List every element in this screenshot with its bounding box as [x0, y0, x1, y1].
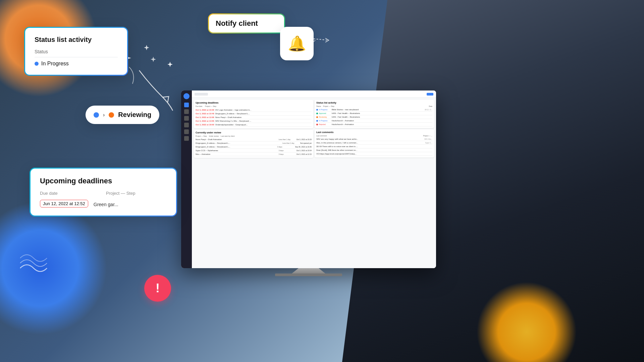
status-panel-title: Status list activity — [316, 102, 432, 104]
comment-row-5: VO:https://app.krock.io/projects/19971/s… — [316, 152, 432, 156]
review-seen-5: Oct 3, 2022 at 12:15 — [297, 153, 312, 155]
app-content: Upcoming deadlines Due date Project — St… — [192, 98, 436, 268]
comment-text-3: 3D 09 There still is no voice-over as cl… — [316, 145, 432, 147]
monitor: Upcoming deadlines Due date Project — St… — [181, 90, 436, 285]
status-date-1: 18:12, O... — [425, 109, 432, 111]
card-notify-client: Notify client — [208, 13, 285, 34]
comment-text-1: SRV are very happy with what we have ach… — [316, 138, 423, 140]
comment-project-2: Syjav C... — [425, 142, 432, 144]
deadline-date-3: Oct 3, 2022 at 12:06 — [196, 116, 214, 118]
deadline-date-4: Oct 3, 2022 at 13:55 — [196, 120, 214, 122]
review-project-2: Dingruppen_9-videos – Storyboard L... — [196, 142, 281, 144]
status-value-text: In Progress — [41, 61, 69, 67]
header-search — [195, 93, 208, 96]
deadline-project-value: Green gar... — [94, 202, 118, 207]
status-row-1: In Progress Bible Stories – test storybo… — [316, 108, 432, 112]
status-col-project: Project — Step — [323, 105, 334, 107]
card-bell: 🔔 — [280, 27, 314, 60]
status-panel: Status list activity Status Project — St… — [315, 100, 434, 128]
left-column: Upcoming deadlines Due date Project — St… — [194, 100, 313, 266]
app-main: Upcoming deadlines Due date Project — St… — [192, 90, 436, 268]
status-row-2: Approved HAN - Fair Health – Illustratio… — [316, 112, 432, 115]
comment-text-5: VO:https://app.krock.io/projects/19971/s… — [316, 153, 432, 155]
deadline-date-5: Oct 3, 2022 at 18:00 — [196, 124, 214, 126]
review-time-4: 3 days — [279, 149, 296, 152]
status-project-2: HAN - Fair Health – Illustrations — [332, 112, 432, 114]
card-status-label: Status — [35, 49, 118, 57]
review-seen-4: Oct 3, 2022 at 15:54 — [297, 149, 312, 152]
sidebar-icon-4[interactable] — [184, 123, 189, 127]
deadline-project-5: Onderwijs/specialisn - Geoprojcycl... — [215, 124, 312, 126]
deadline-row-5: Oct 3, 2022 at 18:00 Onderwijs/specialis… — [196, 123, 312, 127]
review-project-1: Novo Pasyt – Draft Animation — [196, 138, 278, 140]
deadline-row-4: Oct 3, 2022 at 13:55 SRV Klenvirning 2 x… — [196, 119, 312, 123]
review-time-5: 3 days — [279, 153, 296, 155]
status-project-3: HAN - Fair Health – Illustrations — [332, 116, 432, 118]
review-panel: Currently under review Project — Step Un… — [194, 130, 313, 158]
review-project-4: Syjav CCS – Styleframes — [196, 149, 278, 152]
comment-col-text: Last comment — [316, 135, 327, 137]
status-label-5: Rejected — [319, 123, 331, 125]
arrow-right-icon: › — [103, 112, 105, 118]
sidebar-icon-1[interactable] — [184, 103, 189, 107]
comments-panel: Last comments Last comment Project — ...… — [315, 129, 434, 158]
deadline-project-2: Dingruppen_9-videos – Storyboard L... — [215, 113, 312, 115]
comment-col-project: Project — ... — [423, 135, 432, 137]
status-project-1: Bible Stories – test storyboard — [332, 109, 424, 111]
app-sidebar — [181, 90, 192, 268]
status-dot-1 — [316, 109, 318, 111]
status-col-date: Date — [429, 105, 432, 107]
sidebar-icon-2[interactable] — [184, 109, 189, 114]
review-row-3: Dingruppen_9-videos – Storyboard L... 3 … — [196, 145, 312, 149]
deadlines-panel-title: Upcoming deadlines — [196, 102, 312, 104]
card-deadlines: Upcoming deadlines Due date Project — St… — [30, 168, 177, 217]
deadline-row-3: Oct 3, 2022 at 12:06 Novo Pasyt – Draft … — [196, 116, 312, 119]
review-time-3: 3 days — [277, 146, 294, 148]
card-deadlines-title: Upcoming deadlines — [40, 177, 167, 185]
status-label-2: Approved — [319, 112, 331, 114]
col-due-date: Due date — [196, 105, 202, 107]
alert-exclamation-icon: ! — [156, 281, 160, 295]
status-label-4: In Progress — [319, 120, 331, 122]
alert-bubble: ! — [144, 275, 171, 302]
deadline-project-1: OV Logo Animation – logo animation b... — [215, 109, 312, 111]
review-project-5: Ntru – Animation — [196, 153, 278, 155]
deadlines-panel: Upcoming deadlines Due date Project — St… — [194, 100, 313, 128]
deadlines-grid: Due date Project — Step — [40, 191, 167, 196]
status-dot-3 — [316, 116, 318, 118]
deadline-project-3: Novo Pasyt – Draft Animation — [215, 116, 312, 118]
review-to-dot — [109, 112, 114, 118]
deadline-date-2: Oct 3, 2022 at 10:45 — [196, 113, 214, 115]
sidebar-icon-6[interactable] — [184, 136, 189, 141]
right-column: Status list activity Status Project — St… — [315, 100, 434, 266]
status-label-1: In Progress — [319, 109, 331, 111]
status-col-status: Status — [316, 105, 321, 107]
review-row-1: Novo Pasyt – Draft Animation Less than 1… — [196, 138, 312, 141]
card-reviewing: › Reviewing — [86, 106, 159, 124]
card-status-value: In Progress — [35, 61, 118, 67]
sidebar-icon-3[interactable] — [184, 116, 189, 121]
review-row-4: Syjav CCS – Styleframes 3 days Oct 3, 20… — [196, 149, 312, 153]
status-dot-4 — [316, 120, 318, 122]
status-label-3: Reviewing — [319, 116, 331, 118]
deadlines-col-due: Due date — [40, 191, 101, 196]
review-seen-1: Oct 3, 2022 at 15:33 — [297, 138, 312, 140]
status-dot-5 — [316, 124, 318, 125]
review-seen-2: Not opened yet — [300, 142, 312, 144]
sidebar-icon-5[interactable] — [184, 129, 189, 134]
comment-text-2: Also, in the previous version, I left a … — [316, 142, 424, 144]
deadline-row-1: Oct 3, 2022 at 10:30 OV Logo Animation –… — [196, 108, 312, 112]
monitor-stand-base — [275, 274, 342, 276]
comment-row-2: Also, in the previous version, I left a … — [316, 141, 432, 145]
reviewing-label: Reviewing — [118, 111, 151, 119]
deadline-project-4: SRV Klenvirning 2 x 60s – Storyboard ... — [215, 120, 312, 122]
status-project-4: Hackchunch – Animation — [332, 120, 432, 122]
review-project-3: Dingruppen_9-videos – Storyboard L... — [196, 146, 276, 148]
header-btn[interactable] — [427, 93, 433, 96]
comment-row-1: SRV are very happy with what we have ach… — [316, 137, 432, 141]
review-time-1: Less than 1 day — [279, 138, 296, 140]
review-col-project: Project — Step — [196, 135, 207, 137]
status-project-5: Hackchunch – Animation — [332, 123, 432, 125]
col-project-step: Project — Step — [205, 105, 216, 107]
status-dot-2 — [316, 113, 318, 114]
